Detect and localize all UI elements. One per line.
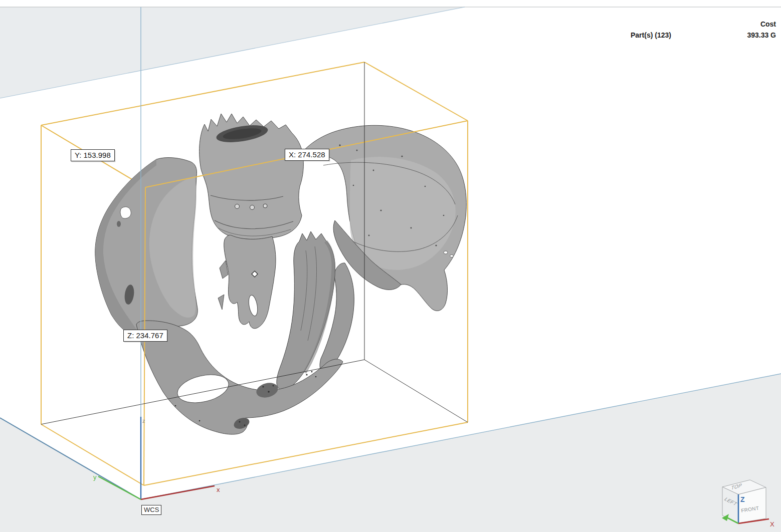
wing-hole (444, 251, 448, 254)
coccyx-tail[interactable] (224, 235, 276, 328)
cost-column-header: Cost (760, 20, 776, 28)
build-platform-viewport[interactable]: z x y TOP LEFT FRONT Z X Cost Part(s) (1… (0, 0, 781, 532)
pelvis-model[interactable] (95, 114, 467, 434)
y-axis-label: y (93, 473, 97, 481)
dimension-label-z: Z: 234.767 (123, 330, 167, 342)
viewport-canvas[interactable]: z x y TOP LEFT FRONT Z X (0, 0, 781, 532)
cost-value: 393.33 G (747, 31, 776, 39)
left-wing-pit (117, 221, 121, 227)
view-cube-z-axis-label: Z (740, 495, 745, 503)
left-wing-hole (120, 207, 131, 218)
wcs-label: WCS (141, 505, 161, 515)
dimension-label-x: X: 274.528 (285, 149, 329, 161)
parts-count-label[interactable]: Part(s) (123) (631, 31, 671, 39)
tail-fragment (218, 295, 224, 310)
platform-front-face (0, 374, 781, 532)
view-cube-x-axis-label: X (770, 520, 774, 528)
x-axis-label: x (217, 486, 220, 493)
wing-hole (450, 254, 454, 257)
z-axis-label: z (142, 418, 145, 424)
dimension-label-y: Y: 153.998 (71, 149, 115, 161)
